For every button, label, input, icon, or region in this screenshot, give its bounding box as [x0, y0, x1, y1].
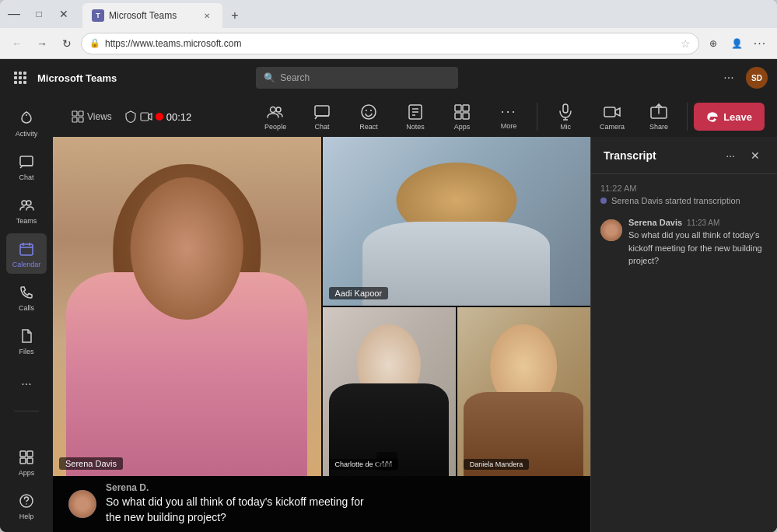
forward-button[interactable]: → [31, 33, 53, 54]
svg-rect-8 [27, 451, 33, 457]
apps-ctrl-icon [453, 103, 471, 121]
svg-point-12 [26, 503, 27, 505]
chat-icon [17, 152, 36, 171]
sidebar-item-chat[interactable]: Chat [6, 146, 47, 187]
search-placeholder: Search [280, 72, 310, 83]
subtitle-text: So what did you all think of today's kic… [106, 495, 364, 525]
video-icon [140, 110, 152, 123]
back-button[interactable]: ← [6, 33, 28, 54]
transcript-body: 11:22 AM Serena Davis started transcript… [591, 174, 777, 532]
notes-button[interactable]: Notes [394, 100, 437, 134]
url-text: https://www.teams.microsoft.com [105, 38, 241, 49]
mic-label: Mic [560, 123, 571, 131]
header-right: ··· SD [718, 67, 768, 89]
transcript-msg-sender: Serena Davis [628, 218, 682, 227]
share-button[interactable]: Share [637, 100, 681, 134]
transcript-msg-avatar [600, 219, 622, 241]
activity-label: Activity [16, 130, 38, 138]
svg-point-18 [271, 107, 276, 112]
views-label: Views [87, 111, 112, 122]
notes-icon [407, 103, 424, 121]
chat-button[interactable]: Chat [300, 100, 344, 134]
calendar-label: Calendar [12, 261, 41, 268]
search-icon: 🔍 [264, 72, 275, 83]
extensions-button[interactable]: ⊕ [702, 33, 724, 54]
svg-rect-29 [463, 105, 469, 111]
sidebar-item-calendar[interactable]: Calendar [6, 233, 47, 274]
help-label: Help [19, 513, 34, 520]
user-avatar[interactable]: SD [746, 67, 768, 89]
apps-ctrl-button[interactable]: Apps [440, 100, 484, 134]
views-button[interactable]: Views [65, 107, 118, 126]
waffle-icon[interactable] [9, 67, 31, 89]
mic-button[interactable]: Mic [544, 100, 587, 134]
sidebar-item-apps[interactable]: Apps [6, 442, 47, 482]
participant-name-daniela: Daniela Mandera [464, 459, 530, 470]
transcript-close-button[interactable]: ✕ [746, 146, 765, 165]
grid-more-button[interactable]: ··· [376, 453, 397, 470]
video-cell-bottom-right: Charlotte de Crum Daniela Mandera [323, 307, 591, 476]
chat-ctrl-icon [313, 103, 331, 121]
window-controls: — □ ✕ [3, 3, 75, 25]
camera-icon [604, 103, 621, 121]
teams-label: Teams [16, 217, 37, 225]
svg-rect-4 [20, 244, 33, 255]
react-button[interactable]: React [347, 100, 390, 134]
subtitle-avatar [68, 490, 96, 518]
views-icon [72, 110, 84, 123]
transcript-panel: Transcript ··· ✕ 11:22 AM Serena Davis s… [590, 137, 777, 532]
lock-icon: 🔒 [89, 38, 100, 48]
meeting-timer: 00:12 [166, 111, 192, 123]
tab-close-icon[interactable]: ✕ [201, 9, 213, 22]
more-button[interactable]: ··· More [487, 100, 530, 134]
react-label: React [359, 123, 378, 131]
browser-tab-teams[interactable]: T Microsoft Teams ✕ [82, 3, 222, 28]
refresh-button[interactable]: ↻ [56, 33, 78, 54]
apps-label: Apps [19, 469, 35, 477]
calls-label: Calls [19, 304, 34, 312]
browser-frame: — □ ✕ T Microsoft Teams ✕ + ← → ↻ [0, 0, 777, 532]
search-bar[interactable]: 🔍 Search [256, 67, 458, 89]
svg-rect-35 [604, 107, 615, 117]
header-more-button[interactable]: ··· [718, 67, 740, 89]
video-grid-container: Serena Davis Aadi Kapoor [53, 137, 590, 532]
shield-icon [124, 110, 137, 123]
transcript-msg-time: 11:23 AM [687, 219, 719, 227]
camera-button[interactable]: Camera [590, 100, 634, 134]
svg-point-2 [22, 201, 26, 205]
browser-more-button[interactable]: ··· [749, 33, 771, 54]
share-label: Share [649, 123, 668, 131]
profile-button[interactable]: 👤 [726, 33, 747, 54]
sidebar-item-calls[interactable]: Calls [6, 277, 47, 317]
chat-ctrl-label: Chat [315, 123, 330, 131]
sidebar-item-more[interactable]: ··· [6, 364, 47, 404]
svg-rect-17 [141, 113, 149, 121]
people-icon [267, 103, 284, 121]
svg-rect-28 [455, 105, 461, 111]
close-button[interactable]: ✕ [53, 3, 75, 25]
participant-name-aadi: Aadi Kapoor [329, 287, 389, 299]
subtitle-speaker: Serena D. [106, 482, 364, 493]
transcript-more-button[interactable]: ··· [721, 146, 740, 165]
address-bar[interactable]: 🔒 https://www.teams.microsoft.com ☆ [81, 33, 699, 54]
svg-point-22 [366, 110, 367, 111]
transcript-title: Transcript [604, 149, 715, 162]
leave-button[interactable]: Leave [694, 103, 765, 131]
browser-toolbar: ← → ↻ 🔒 https://www.teams.microsoft.com … [0, 28, 777, 59]
svg-point-0 [26, 114, 27, 116]
svg-rect-9 [20, 458, 26, 464]
star-icon[interactable]: ☆ [681, 37, 691, 50]
minimize-button[interactable]: — [3, 3, 25, 25]
maximize-button[interactable]: □ [28, 3, 50, 25]
new-tab-button[interactable]: + [224, 5, 246, 26]
sidebar-divider [14, 411, 39, 411]
files-label: Files [19, 348, 33, 355]
sidebar-item-teams[interactable]: Teams [6, 190, 47, 230]
sidebar-item-help[interactable]: Help [6, 485, 47, 526]
sidebar-item-files[interactable]: Files [6, 320, 47, 361]
transcript-msg-text: So what did you all think of today's kic… [628, 229, 768, 268]
people-button[interactable]: People [254, 100, 297, 134]
transcript-time-label: 11:22 AM [600, 184, 768, 193]
sidebar-item-activity[interactable]: Activity [6, 103, 47, 143]
svg-rect-31 [463, 113, 469, 119]
